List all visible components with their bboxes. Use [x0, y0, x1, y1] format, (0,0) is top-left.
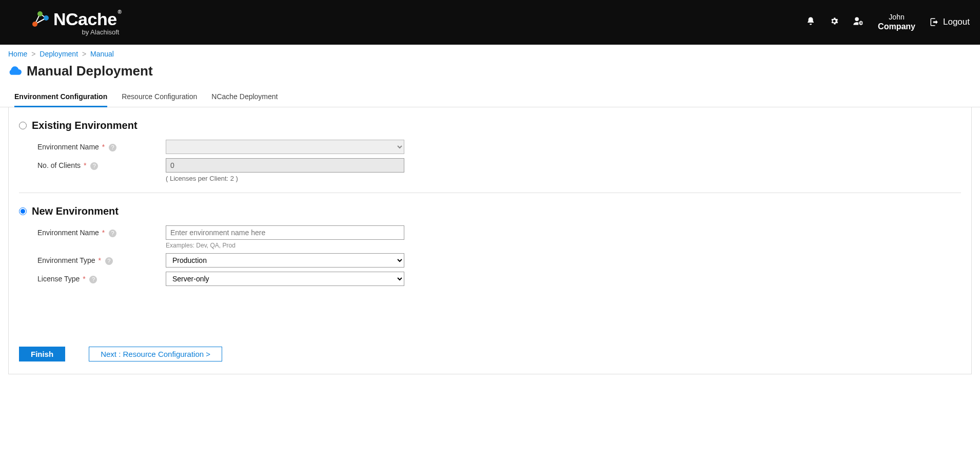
svg-point-5	[44, 15, 49, 21]
new-env-type-select[interactable]: Production	[166, 253, 404, 268]
logout-icon	[930, 17, 939, 27]
existing-clients-label: No. of Clients * ?	[37, 158, 166, 170]
new-env-name-hint: Examples: Dev, QA, Prod	[166, 242, 404, 249]
user-gear-icon[interactable]	[853, 16, 864, 28]
panel-footer: Finish Next : Resource Configuration >	[19, 347, 222, 361]
help-icon[interactable]: ?	[109, 230, 116, 237]
help-icon[interactable]: ?	[105, 257, 113, 265]
new-license-type-select[interactable]: Server-only	[166, 272, 404, 286]
tab-resource-configuration[interactable]: Resource Configuration	[122, 88, 197, 107]
finish-button[interactable]: Finish	[19, 347, 65, 361]
next-button[interactable]: Next : Resource Configuration >	[89, 347, 222, 361]
logout-button[interactable]: Logout	[930, 17, 970, 27]
ncache-logo-icon	[31, 10, 49, 28]
breadcrumb-manual[interactable]: Manual	[90, 50, 114, 58]
logout-label: Logout	[943, 17, 970, 27]
new-environment-radio[interactable]	[19, 207, 27, 215]
user-name: John	[878, 12, 915, 22]
svg-point-4	[37, 11, 43, 16]
existing-env-name-label: Environment Name * ?	[37, 140, 166, 151]
svg-point-3	[32, 22, 37, 27]
tab-ncache-deployment[interactable]: NCache Deployment	[211, 88, 278, 107]
brand-name: NCache®	[53, 9, 121, 29]
breadcrumb-deployment[interactable]: Deployment	[40, 50, 78, 58]
gear-icon[interactable]	[830, 16, 839, 28]
help-icon[interactable]: ?	[89, 276, 97, 283]
existing-environment-section: Existing Environment Environment Name * …	[19, 120, 961, 182]
new-license-type-label: License Type * ?	[37, 272, 166, 283]
new-environment-heading: New Environment	[32, 205, 119, 217]
brand-logo[interactable]: NCache® by Alachisoft	[31, 9, 121, 36]
new-env-type-label: Environment Type * ?	[37, 253, 166, 265]
bell-icon[interactable]	[806, 16, 815, 28]
brand-subtitle: by Alachisoft	[31, 28, 121, 36]
config-panel: Existing Environment Environment Name * …	[8, 107, 972, 374]
new-environment-section: New Environment Environment Name * ? Exa…	[19, 205, 961, 286]
cloud-icon	[8, 64, 22, 79]
header-actions: John Company Logout	[806, 12, 970, 32]
breadcrumb-sep: >	[82, 50, 86, 58]
breadcrumb-home[interactable]: Home	[8, 50, 27, 58]
existing-environment-radio[interactable]	[19, 122, 27, 129]
section-divider	[19, 193, 961, 193]
help-icon[interactable]: ?	[90, 162, 98, 170]
user-company: Company	[878, 22, 915, 32]
tabs: Environment Configuration Resource Confi…	[0, 88, 980, 107]
new-env-name-label: Environment Name * ?	[37, 225, 166, 237]
breadcrumb: Home > Deployment > Manual	[0, 45, 980, 61]
help-icon[interactable]: ?	[109, 144, 116, 151]
app-header: NCache® by Alachisoft John Company Logou…	[0, 0, 980, 45]
tab-environment-configuration[interactable]: Environment Configuration	[14, 88, 107, 107]
new-env-name-input[interactable]	[166, 225, 404, 240]
existing-clients-input[interactable]	[166, 158, 404, 173]
page-title-row: Manual Deployment	[0, 61, 980, 88]
existing-env-name-select[interactable]	[166, 140, 404, 154]
page-title: Manual Deployment	[27, 63, 153, 79]
existing-clients-hint: ( Licenses per Client: 2 )	[166, 175, 404, 182]
breadcrumb-sep: >	[31, 50, 35, 58]
existing-environment-heading: Existing Environment	[32, 120, 138, 131]
user-info[interactable]: John Company	[878, 12, 915, 32]
svg-point-6	[855, 17, 859, 21]
